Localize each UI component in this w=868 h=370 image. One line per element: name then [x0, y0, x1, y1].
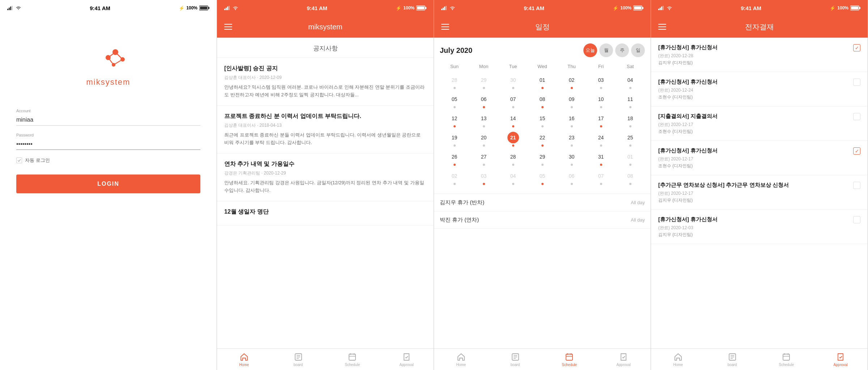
cal-cell-04a[interactable]: 04	[616, 73, 645, 91]
approval-item-5[interactable]: [추가근무 연차보상 신청서] 추가근무 연차보상 신청서 (완료) 2020-…	[651, 175, 868, 210]
cal-cell-03b[interactable]: 03	[469, 169, 498, 186]
svg-rect-37	[634, 7, 641, 9]
nav-schedule-2[interactable]: Schedule	[326, 350, 380, 369]
nav-schedule-4[interactable]: Schedule	[760, 350, 814, 369]
view-btn-week[interactable]: 주	[615, 43, 629, 57]
nav-label-home-4: Home	[673, 363, 683, 367]
approval-check-1[interactable]	[853, 44, 860, 51]
cal-cell-14[interactable]: 14	[498, 111, 528, 129]
cal-cell-21[interactable]: 21	[498, 130, 528, 148]
cal-cell-02a[interactable]: 02	[557, 73, 586, 91]
account-input[interactable]	[16, 114, 200, 126]
cal-cell-29a[interactable]: 29	[469, 73, 498, 91]
notice-item-4[interactable]: 12월 생일자 명단	[217, 201, 434, 226]
cal-cell-19[interactable]: 19	[440, 130, 469, 148]
cal-cell-09[interactable]: 09	[557, 92, 586, 110]
screen-login: 9:41 AM ⚡ 100% mi	[0, 0, 217, 370]
notice-meta-3: 강경은 기획관리팀 · 2020-12-29	[224, 170, 426, 176]
nav-home-3[interactable]: Home	[434, 350, 488, 369]
notice-item-2[interactable]: 프로젝트 종료하신 분 이력서 업데이트 부탁드립니다. 김상훈 대표이사 · …	[217, 106, 434, 154]
event-row-2[interactable]: 박진 휴가 (연차) All day	[434, 211, 651, 229]
cal-cell-18[interactable]: 18	[616, 111, 645, 129]
event-row-1[interactable]: 김지우 휴가 (반차) All day	[434, 194, 651, 211]
nav-approval-2[interactable]: Approval	[379, 350, 434, 369]
battery-icon-4	[850, 5, 860, 10]
nav-board-4[interactable]: board	[705, 350, 760, 369]
cal-cell-29b[interactable]: 29	[528, 150, 557, 167]
nav-board-3[interactable]: board	[488, 350, 542, 369]
cal-cell-13[interactable]: 13	[469, 111, 498, 129]
cal-cell-17[interactable]: 17	[586, 111, 616, 129]
cal-cell-01b[interactable]: 01	[616, 150, 645, 167]
notice-item-3[interactable]: 연차 추가 내역 및 가용일수 강경은 기획관리팀 · 2020-12-29 안…	[217, 154, 434, 201]
view-btn-month[interactable]: 월	[599, 43, 613, 57]
approval-check-5[interactable]	[853, 182, 860, 189]
cal-cell-15[interactable]: 15	[528, 111, 557, 129]
cal-cell-23[interactable]: 23	[557, 130, 586, 148]
status-right-4: ⚡ 100%	[830, 5, 860, 11]
cal-cell-06b[interactable]: 06	[557, 169, 586, 186]
svg-rect-34	[446, 6, 447, 10]
approval-item-2[interactable]: [휴가신청서] 휴가신청서 (완료) 2020-12-24 조현수 (디자인팀)	[651, 72, 868, 106]
approval-item-1[interactable]: [휴가신청서] 휴가신청서 (완료) 2020-12-28 김지우 (디자인팀)	[651, 38, 868, 72]
password-input[interactable]	[16, 139, 200, 150]
battery-icon-1	[199, 5, 209, 10]
cal-cell-04b[interactable]: 04	[498, 169, 528, 186]
approval-check-6[interactable]	[853, 216, 860, 223]
cal-cell-31[interactable]: 31	[586, 150, 616, 167]
login-button[interactable]: LOGIN	[16, 175, 200, 193]
cal-cell-28b[interactable]: 28	[498, 150, 528, 167]
cal-cell-22[interactable]: 22	[528, 130, 557, 148]
calendar-grid: Sun Mon Tue Wed Thu Fri Sat 28 29 30 01 …	[440, 62, 645, 186]
board-icon-2	[294, 352, 303, 362]
cal-cell-08b[interactable]: 08	[616, 169, 645, 186]
cal-cell-05b[interactable]: 05	[528, 169, 557, 186]
cal-cell-10[interactable]: 10	[586, 92, 616, 110]
notice-meta-1: 김상훈 대표이사 · 2020-12-09	[224, 75, 426, 81]
cal-cell-25[interactable]: 25	[616, 130, 645, 148]
cal-cell-05[interactable]: 05	[440, 92, 469, 110]
approval-item-4[interactable]: [휴가신청서] 휴가신청서 (완료) 2020-12-17 조현수 (디자인팀)	[651, 141, 868, 175]
cal-cell-30a[interactable]: 30	[498, 73, 528, 91]
cal-cell-02b[interactable]: 02	[440, 169, 469, 186]
notice-title-4: 12월 생일자 명단	[224, 208, 426, 216]
cal-cell-24[interactable]: 24	[586, 130, 616, 148]
cal-cell-20[interactable]: 20	[469, 130, 498, 148]
cal-cell-12[interactable]: 12	[440, 111, 469, 129]
approval-item-6[interactable]: [휴가신청서] 휴가신청서 (완료) 2020-12-03 김지우 (디자인팀)	[651, 210, 868, 244]
nav-approval-4[interactable]: Approval	[813, 350, 868, 369]
battery-icon-3	[633, 5, 643, 10]
approval-check-2[interactable]	[853, 79, 860, 86]
nav-approval-3[interactable]: Approval	[596, 350, 651, 369]
auto-login-checkbox[interactable]	[16, 157, 22, 163]
cal-cell-07b[interactable]: 07	[586, 169, 616, 186]
cal-cell-30b[interactable]: 30	[557, 150, 586, 167]
approval-check-3[interactable]	[853, 113, 860, 120]
cal-cell-16[interactable]: 16	[557, 111, 586, 129]
view-btn-today[interactable]: 오늘	[583, 43, 597, 57]
hamburger-menu[interactable]	[224, 24, 232, 30]
nav-schedule-3[interactable]: Schedule	[542, 350, 597, 369]
svg-rect-27	[349, 354, 356, 360]
hamburger-menu-3[interactable]	[441, 24, 449, 30]
nav-home-2[interactable]: Home	[217, 350, 271, 369]
hamburger-menu-4[interactable]	[658, 24, 666, 30]
cal-cell-27[interactable]: 27	[469, 150, 498, 167]
notice-item-1[interactable]: [인사발령] 승진 공지 김상훈 대표이사 · 2020-12-09 안녕하세요…	[217, 58, 434, 106]
cal-cell-28a[interactable]: 28	[440, 73, 469, 91]
nav-home-4[interactable]: Home	[651, 350, 705, 369]
cal-cell-03a[interactable]: 03	[586, 73, 616, 91]
cal-cell-07[interactable]: 07	[498, 92, 528, 110]
svg-rect-33	[444, 7, 445, 10]
cal-cell-11[interactable]: 11	[616, 92, 645, 110]
nav-board-2[interactable]: board	[271, 350, 326, 369]
approval-check-4[interactable]	[853, 147, 860, 155]
svg-rect-17	[227, 7, 228, 10]
cal-cell-06[interactable]: 06	[469, 92, 498, 110]
approval-item-3[interactable]: [지출결의서] 지출결의서 (완료) 2020-12-17 조현수 (디자인팀)	[651, 106, 868, 141]
cal-cell-01a[interactable]: 01	[528, 73, 557, 91]
view-btn-day[interactable]: 일	[631, 43, 645, 57]
home-icon-4	[673, 352, 683, 362]
cal-cell-08[interactable]: 08	[528, 92, 557, 110]
cal-cell-26[interactable]: 26	[440, 150, 469, 167]
